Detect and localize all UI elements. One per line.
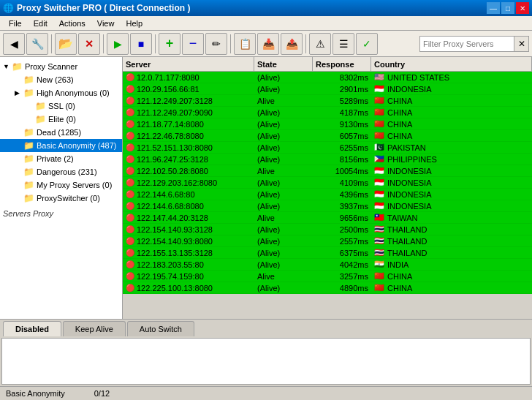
app-title: Proxy Switcher PRO ( Direct Connection ) bbox=[17, 3, 190, 13]
column-header-state[interactable]: State bbox=[254, 57, 313, 71]
proxy-icon: 🔴 bbox=[126, 155, 134, 163]
folder-icon: 📁 bbox=[23, 167, 34, 177]
warning-button[interactable]: ⚠ bbox=[309, 33, 331, 55]
menu-edit[interactable]: Edit bbox=[28, 18, 53, 29]
proxy-icon: 🔴 bbox=[126, 120, 134, 128]
table-row[interactable]: 🔴 121.12.249.207:9090 (Alive) 4187ms 🇨🇳 … bbox=[123, 107, 532, 118]
proxy-table-header: Server State Response Country bbox=[123, 57, 532, 72]
country-name: THAILAND bbox=[387, 225, 427, 234]
table-row[interactable]: 🔴 121.96.247.25:3128 (Alive) 8156ms 🇵🇭 P… bbox=[123, 154, 532, 165]
country-flag: 🇮🇩 bbox=[374, 201, 384, 211]
search-clear-button[interactable]: ✕ bbox=[514, 36, 529, 52]
expand-icon bbox=[15, 168, 22, 176]
column-header-server[interactable]: Server bbox=[123, 57, 254, 71]
country-name: CHINA bbox=[387, 284, 412, 293]
table-row[interactable]: 🔴 122.129.203.162:8080 (Alive) 4109ms 🇮🇩… bbox=[123, 177, 532, 189]
proxy-country: 🇮🇳 INDIA bbox=[371, 259, 532, 270]
table-row[interactable]: 🔴 122.154.140.93:8080 (Alive) 2557ms 🇹🇭 … bbox=[123, 235, 532, 247]
proxy-state: (Alive) bbox=[254, 118, 313, 129]
proxy-response: 3257ms bbox=[313, 271, 371, 282]
country-flag: 🇮🇩 bbox=[374, 84, 384, 94]
sidebar-item-proxy-switcher[interactable]: 📁 ProxySwitcher (0) bbox=[0, 192, 122, 205]
copy-button[interactable]: 📋 bbox=[234, 33, 256, 55]
sidebar-label: Private (2) bbox=[37, 154, 74, 163]
proxy-response: 6057ms bbox=[313, 130, 371, 141]
open-button[interactable]: 📂 bbox=[55, 33, 77, 55]
sidebar-item-my-proxy-servers[interactable]: 📁 My Proxy Servers (0) bbox=[0, 178, 122, 192]
proxy-table-body[interactable]: 🔴 12.0.71.177:8080 (Alive) 8302ms 🇺🇸 UNI… bbox=[123, 72, 532, 319]
delete-button[interactable]: ✕ bbox=[78, 33, 100, 55]
table-row[interactable]: 🔴 121.18.77.14:8080 (Alive) 9130ms 🇨🇳 CH… bbox=[123, 118, 532, 130]
tab-auto-switch[interactable]: Auto Switch bbox=[127, 321, 194, 336]
menu-view[interactable]: View bbox=[91, 18, 121, 29]
table-row[interactable]: 🔴 122.225.100.13:8080 (Alive) 4890ms 🇨🇳 … bbox=[123, 282, 532, 294]
sidebar-item-proxy-scanner[interactable]: ▼ 📁 Proxy Scanner bbox=[0, 60, 122, 73]
table-row[interactable]: 🔴 122.147.44.20:3128 Alive 9656ms 🇹🇼 TAI… bbox=[123, 212, 532, 224]
tools-button[interactable]: 🔧 bbox=[26, 33, 48, 55]
proxy-country: 🇮🇩 INDONESIA bbox=[371, 177, 532, 188]
sidebar-item-dead[interactable]: 📁 Dead (1285) bbox=[0, 126, 122, 139]
menu-file[interactable]: File bbox=[3, 18, 28, 29]
proxy-state: Alive bbox=[254, 212, 313, 223]
proxy-state: (Alive) bbox=[254, 189, 313, 200]
menu-help[interactable]: Help bbox=[120, 18, 148, 29]
back-button[interactable]: ◀ bbox=[3, 33, 25, 55]
stop-button[interactable]: ■ bbox=[130, 33, 152, 55]
table-row[interactable]: 🔴 122.154.140.93:3128 (Alive) 2500ms 🇹🇭 … bbox=[123, 224, 532, 235]
proxy-state: (Alive) bbox=[254, 177, 313, 188]
menu-actions[interactable]: Actions bbox=[53, 18, 91, 29]
folder-icon: 📁 bbox=[23, 88, 34, 98]
sidebar-item-elite[interactable]: 📁 Elite (0) bbox=[0, 113, 122, 126]
list-button[interactable]: ☰ bbox=[332, 33, 354, 55]
import-button[interactable]: 📥 bbox=[257, 33, 279, 55]
country-name: INDIA bbox=[387, 260, 408, 269]
play-button[interactable]: ▶ bbox=[107, 33, 129, 55]
country-flag: 🇺🇸 bbox=[374, 72, 384, 82]
expand-icon bbox=[15, 142, 22, 149]
add-button[interactable]: + bbox=[159, 33, 180, 55]
table-row[interactable]: 🔴 122.144.6.68:80 (Alive) 4396ms 🇮🇩 INDO… bbox=[123, 189, 532, 200]
table-row[interactable]: 🔴 120.29.156.66:81 (Alive) 2901ms 🇮🇩 IND… bbox=[123, 83, 532, 95]
check-button[interactable]: ✓ bbox=[356, 33, 378, 55]
toolbar-separator-1 bbox=[51, 34, 52, 53]
country-name: CHINA bbox=[387, 132, 412, 140]
export-button[interactable]: 📤 bbox=[281, 33, 303, 55]
country-flag: 🇵🇭 bbox=[374, 154, 384, 164]
table-row[interactable]: 🔴 122.102.50.28:8080 Alive 10054ms 🇮🇩 IN… bbox=[123, 165, 532, 177]
country-name: INDONESIA bbox=[387, 85, 432, 94]
tab-keep-alive[interactable]: Keep Alive bbox=[63, 321, 126, 336]
table-row[interactable]: 🔴 122.155.13.135:3128 (Alive) 6375ms 🇹🇭 … bbox=[123, 247, 532, 259]
country-flag: 🇮🇩 bbox=[374, 178, 384, 187]
sidebar-item-high-anonymous[interactable]: ▶ 📁 High Anonymous (0) bbox=[0, 86, 122, 99]
sidebar-label: My Proxy Servers (0) bbox=[37, 181, 112, 189]
sidebar-item-private[interactable]: 📁 Private (2) bbox=[0, 152, 122, 165]
table-row[interactable]: 🔴 122.195.74.159:80 Alive 3257ms 🇨🇳 CHIN… bbox=[123, 271, 532, 282]
server-address: 122.144.6.68:8080 bbox=[137, 202, 204, 211]
proxy-country: 🇨🇳 CHINA bbox=[371, 130, 532, 141]
tab-disabled[interactable]: Disabled bbox=[3, 321, 61, 336]
search-input[interactable] bbox=[419, 36, 514, 52]
title-bar: 🌐 Proxy Switcher PRO ( Direct Connection… bbox=[0, 0, 532, 16]
sidebar-item-basic-anonymity[interactable]: 📁 Basic Anonymity (487) bbox=[0, 139, 122, 152]
table-row[interactable]: 🔴 121.12.249.207:3128 Alive 5289ms 🇨🇳 CH… bbox=[123, 95, 532, 107]
column-header-country[interactable]: Country bbox=[371, 57, 532, 71]
folder-icon: 📁 bbox=[12, 61, 23, 72]
minimize-button[interactable]: — bbox=[487, 2, 500, 14]
proxy-icon: 🔴 bbox=[126, 178, 134, 186]
remove-button[interactable]: − bbox=[182, 33, 204, 55]
table-row[interactable]: 🔴 122.183.203.55:80 (Alive) 4042ms 🇮🇳 IN… bbox=[123, 259, 532, 271]
table-row[interactable]: 🔴 122.144.6.68:8080 (Alive) 3937ms 🇮🇩 IN… bbox=[123, 200, 532, 212]
table-row[interactable]: 🔴 12.0.71.177:8080 (Alive) 8302ms 🇺🇸 UNI… bbox=[123, 72, 532, 83]
column-header-response[interactable]: Response bbox=[313, 57, 371, 71]
close-button[interactable]: ✕ bbox=[516, 2, 529, 14]
edit-button[interactable]: ✏ bbox=[205, 33, 227, 55]
maximize-button[interactable]: □ bbox=[501, 2, 514, 14]
sidebar-item-dangerous[interactable]: 📁 Dangerous (231) bbox=[0, 165, 122, 178]
proxy-country: 🇮🇩 INDONESIA bbox=[371, 83, 532, 94]
proxy-country: 🇹🇭 THAILAND bbox=[371, 247, 532, 258]
proxy-state: (Alive) bbox=[254, 72, 313, 83]
sidebar-item-ssl[interactable]: 📁 SSL (0) bbox=[0, 99, 122, 113]
table-row[interactable]: 🔴 121.52.151.130:8080 (Alive) 6255ms 🇵🇰 … bbox=[123, 142, 532, 154]
table-row[interactable]: 🔴 121.22.46.78:8080 (Alive) 6057ms 🇨🇳 CH… bbox=[123, 130, 532, 142]
sidebar-item-new[interactable]: 📁 New (263) bbox=[0, 73, 122, 86]
